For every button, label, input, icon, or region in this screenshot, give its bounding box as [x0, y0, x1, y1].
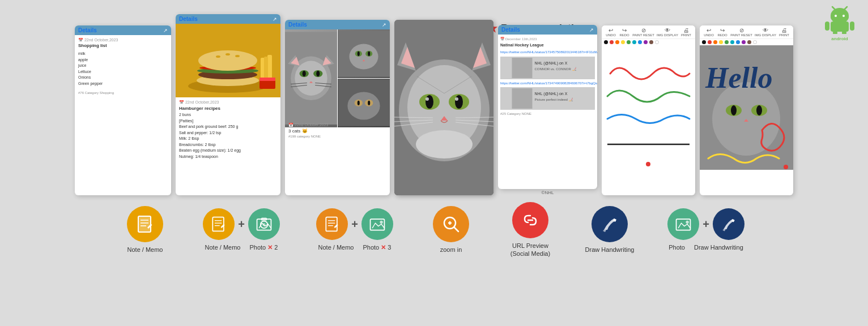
- zoom-in-icon[interactable]: [433, 206, 469, 242]
- photo-icon-3[interactable]: [667, 208, 699, 240]
- icon-zoom-row: [433, 206, 469, 242]
- photo-x3-label: Photo ✕ 3: [363, 243, 391, 251]
- svg-rect-7: [825, 22, 829, 31]
- svg-point-31: [303, 71, 306, 76]
- color-brown-2[interactable]: [747, 40, 751, 44]
- color-red[interactable]: [610, 40, 614, 44]
- toolbar-img-display[interactable]: 👁 IMG DISPLAY: [657, 27, 678, 37]
- list-item: Lettuce: [78, 69, 168, 75]
- list-item: [Patties]: [179, 118, 277, 125]
- list-item: Nutmeg: 1/4 teaspoon: [179, 154, 277, 160]
- toolbar-redo-2[interactable]: ↪ REDO: [717, 27, 728, 37]
- svg-text:NHL (@NHL) on X: NHL (@NHL) on X: [535, 61, 568, 66]
- color-red-2[interactable]: [708, 40, 712, 44]
- color-yellow-2[interactable]: [719, 40, 723, 44]
- photo-x2-label: Photo ✕ 2: [249, 243, 278, 251]
- share-icon-3[interactable]: ↗: [382, 22, 386, 28]
- color-brown[interactable]: [649, 40, 653, 44]
- toolbar-print-2[interactable]: 🖨 PRINT: [778, 27, 790, 37]
- note-memo-icon[interactable]: [127, 206, 163, 242]
- svg-rect-112: [326, 217, 337, 231]
- color-orange-2[interactable]: [713, 40, 717, 44]
- toolbar-paint-reset-2[interactable]: ⊘ PAINT RESET: [730, 27, 752, 37]
- color-white[interactable]: [655, 40, 659, 44]
- note-memo-icon-3[interactable]: [316, 208, 348, 240]
- icon-note-photo2-labels: Note / Memo Photo ✕ 2: [205, 243, 278, 251]
- svg-rect-1: [831, 12, 849, 22]
- shopping-list-title: Shopping list: [78, 42, 168, 49]
- toolbar-img-display-2[interactable]: 👁 IMG DISPLAY: [755, 27, 776, 37]
- color-black-2[interactable]: [702, 40, 706, 44]
- plus-icon-3: +: [703, 218, 709, 231]
- draw-canvas[interactable]: [602, 45, 695, 170]
- color-white-2[interactable]: [753, 40, 757, 44]
- note-memo-icon-2[interactable]: [203, 208, 235, 240]
- card-note-memo-header: Details ↗: [75, 25, 171, 35]
- icon-photo-draw-row: +: [667, 208, 744, 240]
- svg-point-54: [368, 101, 370, 105]
- photo-label: Photo: [669, 243, 685, 251]
- color-yellow[interactable]: [621, 40, 625, 44]
- color-black[interactable]: [604, 40, 608, 44]
- color-orange[interactable]: [615, 40, 619, 44]
- card-cats-title: Details: [288, 22, 307, 28]
- draw-handwriting-icon[interactable]: [592, 206, 628, 242]
- card-hamburger-header: Details ↗: [176, 14, 280, 24]
- recipe-title: Hamburger recipes: [179, 106, 277, 111]
- toolbar-redo[interactable]: ↪ REDO: [619, 27, 630, 37]
- nhl-copyright: ©NHL: [542, 190, 554, 195]
- cat-images-grid: [285, 29, 390, 120]
- svg-point-65: [455, 97, 458, 101]
- svg-point-64: [426, 97, 429, 101]
- svg-point-32: [316, 71, 320, 76]
- svg-rect-104: [212, 217, 224, 231]
- card-hamburger-title: Details: [179, 16, 198, 22]
- list-item: 2 buns: [179, 112, 277, 118]
- toolbar-paint-reset[interactable]: ⊘ PAINT RESET: [632, 27, 654, 37]
- list-item: Onions: [78, 75, 168, 81]
- svg-point-28: [295, 61, 327, 96]
- color-palette-2: [700, 39, 793, 45]
- toolbar-undo[interactable]: ↩ UNDO: [605, 27, 616, 37]
- svg-text:Picture perfect indeed 🏒: Picture perfect indeed 🏒: [535, 97, 573, 102]
- svg-rect-6: [831, 22, 849, 32]
- svg-point-94: [756, 105, 762, 115]
- photo-icon-2[interactable]: [361, 208, 393, 240]
- draw-handwriting-icon-2[interactable]: [713, 208, 744, 240]
- color-cyan[interactable]: [632, 40, 636, 44]
- color-green-2[interactable]: [725, 40, 729, 44]
- svg-point-124: [686, 221, 689, 224]
- toolbar-undo-2[interactable]: ↩ UNDO: [703, 27, 714, 37]
- svg-rect-79: [512, 58, 533, 78]
- draw-photo-canvas[interactable]: Hello: [700, 45, 793, 170]
- draw-toolbar: ↩ UNDO ↪ REDO ⊘ PAINT RESET 👁 IMG DISPLA…: [602, 25, 695, 39]
- social-date: 📅 December 13th,2023: [500, 37, 595, 41]
- social-tag: #25 Category NONE: [500, 111, 595, 116]
- card-hamburger: Details ↗: [176, 14, 280, 195]
- share-icon-5[interactable]: ↗: [589, 27, 594, 33]
- cat-image-small-top: [338, 29, 390, 78]
- photo-icon-1[interactable]: [248, 208, 280, 240]
- url-preview-icon[interactable]: [512, 202, 548, 238]
- plus-icon-2: +: [351, 218, 358, 231]
- card-social-content: 📅 December 13th,2023 Natinal Hockey Leag…: [498, 35, 597, 118]
- color-blue[interactable]: [638, 40, 642, 44]
- color-purple[interactable]: [644, 40, 648, 44]
- list-item: Breadcrumbs: 2 tbsp: [179, 142, 277, 148]
- share-icon[interactable]: ↗: [163, 28, 168, 33]
- share-icon-2[interactable]: ↗: [273, 16, 277, 22]
- svg-point-46: [358, 52, 360, 56]
- color-cyan-2[interactable]: [730, 40, 734, 44]
- android-logo: android: [823, 6, 857, 34]
- icons-row: Note / Memo +: [17, 202, 851, 258]
- svg-point-63: [455, 95, 463, 109]
- toolbar-print[interactable]: 🖨 PRINT: [680, 27, 692, 37]
- color-green[interactable]: [627, 40, 631, 44]
- social-link-2: https://twitter.com/NHL/status/173474909…: [500, 81, 595, 85]
- note-memo-label-3: Note / Memo: [318, 243, 354, 251]
- card-note-memo-wrapper: Details ↗ 📅 22nd October,2023 Shopping l…: [75, 25, 171, 195]
- svg-point-93: [731, 105, 737, 115]
- list-item: juice: [78, 63, 168, 69]
- color-purple-2[interactable]: [742, 40, 746, 44]
- color-blue-2[interactable]: [736, 40, 740, 44]
